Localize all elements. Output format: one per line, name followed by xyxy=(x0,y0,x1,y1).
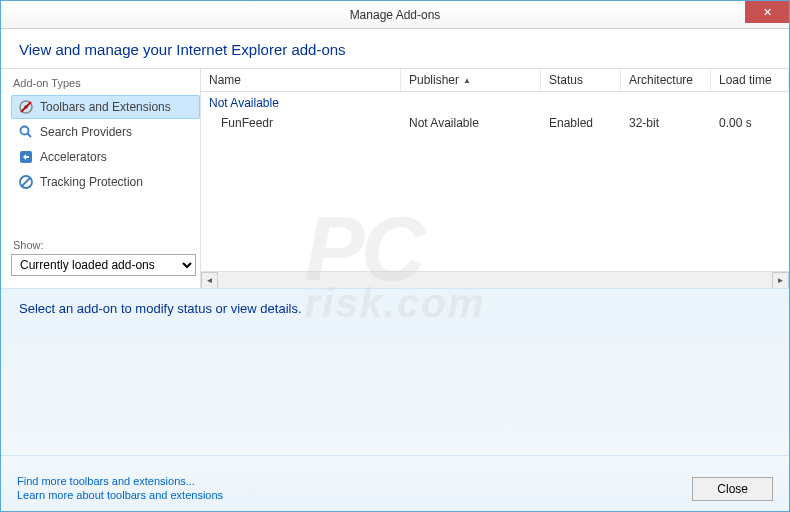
chevron-right-icon: ► xyxy=(777,276,785,285)
block-icon xyxy=(18,174,34,190)
header: View and manage your Internet Explorer a… xyxy=(1,29,789,68)
column-header-status[interactable]: Status xyxy=(541,69,621,91)
search-icon xyxy=(18,124,34,140)
scroll-track[interactable] xyxy=(218,272,772,289)
cell-publisher: Not Available xyxy=(401,114,541,132)
sidebar-item-label: Accelerators xyxy=(40,150,107,164)
cell-loadtime: 0.00 s xyxy=(711,114,789,132)
detail-prompt: Select an add-on to modify status or vie… xyxy=(19,301,771,316)
close-button[interactable]: Close xyxy=(692,477,773,501)
find-more-link[interactable]: Find more toolbars and extensions... xyxy=(17,475,223,487)
page-title: View and manage your Internet Explorer a… xyxy=(19,41,771,58)
window-close-button[interactable]: ✕ xyxy=(745,1,789,23)
scroll-left-button[interactable]: ◄ xyxy=(201,272,218,289)
content-area: Add-on Types Toolbars and Extensions Sea… xyxy=(1,68,789,288)
group-header: Not Available xyxy=(201,92,789,112)
column-header-publisher[interactable]: Publisher ▲ xyxy=(401,69,541,91)
sidebar: Add-on Types Toolbars and Extensions Sea… xyxy=(1,69,201,288)
column-header-loadtime[interactable]: Load time xyxy=(711,69,789,91)
detail-pane: Select an add-on to modify status or vie… xyxy=(1,288,789,468)
gear-disabled-icon xyxy=(18,99,34,115)
accelerator-icon xyxy=(18,149,34,165)
show-label: Show: xyxy=(11,239,200,251)
svg-line-2 xyxy=(21,102,31,112)
cell-name: FunFeedr xyxy=(201,114,401,132)
footer-links: Find more toolbars and extensions... Lea… xyxy=(17,475,223,501)
column-header-name[interactable]: Name xyxy=(201,69,401,91)
footer: Find more toolbars and extensions... Lea… xyxy=(1,455,789,511)
sidebar-item-toolbars-extensions[interactable]: Toolbars and Extensions xyxy=(11,95,200,119)
chevron-left-icon: ◄ xyxy=(206,276,214,285)
main-panel: Name Publisher ▲ Status Architecture Loa… xyxy=(201,69,789,288)
titlebar: Manage Add-ons ✕ xyxy=(1,1,789,29)
scroll-right-button[interactable]: ► xyxy=(772,272,789,289)
svg-line-7 xyxy=(22,178,30,186)
svg-line-4 xyxy=(28,134,32,138)
table-row[interactable]: FunFeedr Not Available Enabled 32-bit 0.… xyxy=(201,112,789,134)
horizontal-scrollbar[interactable]: ◄ ► xyxy=(201,271,789,288)
sidebar-item-label: Tracking Protection xyxy=(40,175,143,189)
sidebar-item-label: Toolbars and Extensions xyxy=(40,100,171,114)
show-dropdown[interactable]: Currently loaded add-ons xyxy=(11,254,196,276)
table-header: Name Publisher ▲ Status Architecture Loa… xyxy=(201,69,789,92)
sidebar-item-tracking-protection[interactable]: Tracking Protection xyxy=(11,170,200,194)
sidebar-item-label: Search Providers xyxy=(40,125,132,139)
show-section: Show: Currently loaded add-ons xyxy=(11,239,200,280)
cell-architecture: 32-bit xyxy=(621,114,711,132)
learn-more-link[interactable]: Learn more about toolbars and extensions xyxy=(17,489,223,501)
table-body: Not Available FunFeedr Not Available Ena… xyxy=(201,92,789,271)
sidebar-item-accelerators[interactable]: Accelerators xyxy=(11,145,200,169)
svg-point-3 xyxy=(21,127,29,135)
column-header-architecture[interactable]: Architecture xyxy=(621,69,711,91)
sidebar-item-search-providers[interactable]: Search Providers xyxy=(11,120,200,144)
sidebar-items: Toolbars and Extensions Search Providers… xyxy=(11,95,200,195)
cell-status: Enabled xyxy=(541,114,621,132)
window-title: Manage Add-ons xyxy=(350,8,441,22)
close-icon: ✕ xyxy=(763,6,772,19)
sort-ascending-icon: ▲ xyxy=(463,76,471,85)
addon-types-label: Add-on Types xyxy=(11,77,200,89)
